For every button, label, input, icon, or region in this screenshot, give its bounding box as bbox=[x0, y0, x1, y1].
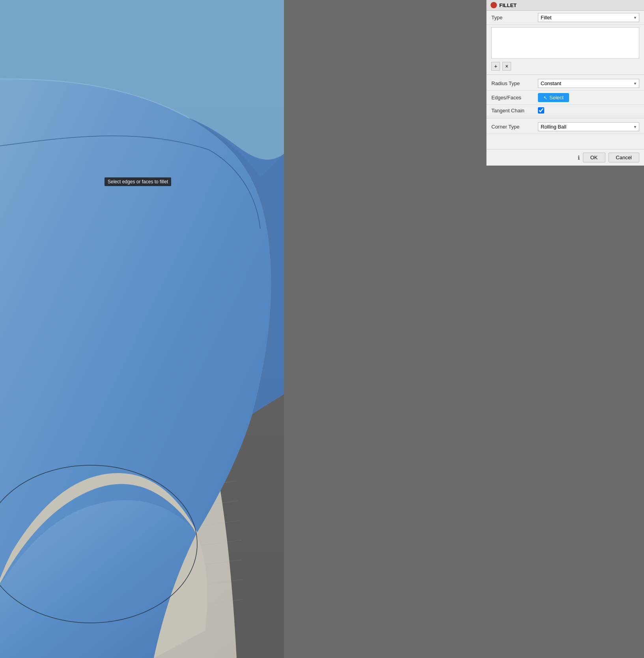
type-row: Type Fillet Chamfer bbox=[487, 11, 644, 25]
corner-type-select[interactable]: Rolling Ball Setback Blend bbox=[538, 122, 639, 131]
fillet-panel: FILLET Type Fillet Chamfer + × Radius Ty… bbox=[486, 0, 644, 166]
add-item-button[interactable]: + bbox=[491, 62, 500, 71]
type-label: Type bbox=[491, 15, 535, 21]
tangent-chain-label: Tangent Chain bbox=[491, 108, 535, 114]
list-toolbar: + × bbox=[487, 61, 644, 73]
type-select[interactable]: Fillet Chamfer bbox=[538, 13, 639, 22]
select-button[interactable]: ↖ Select bbox=[538, 93, 569, 102]
panel-title: FILLET bbox=[499, 2, 517, 8]
select-button-label: Select bbox=[549, 95, 564, 101]
selection-list bbox=[491, 27, 639, 59]
edges-faces-row: Edges/Faces ↖ Select bbox=[487, 91, 644, 105]
panel-content: Type Fillet Chamfer + × Radius Type Cons… bbox=[487, 11, 644, 149]
radius-type-label: Radius Type bbox=[491, 80, 535, 86]
divider-2 bbox=[487, 118, 644, 118]
corner-type-row: Corner Type Rolling Ball Setback Blend bbox=[487, 120, 644, 134]
info-icon: ℹ bbox=[578, 155, 580, 161]
cancel-button[interactable]: Cancel bbox=[609, 153, 639, 162]
cursor-icon: ↖ bbox=[543, 95, 547, 101]
tangent-chain-checkbox[interactable] bbox=[538, 107, 544, 114]
panel-footer: ℹ OK Cancel bbox=[487, 149, 644, 166]
corner-type-label: Corner Type bbox=[491, 124, 535, 130]
3d-scene bbox=[0, 0, 284, 658]
remove-item-button[interactable]: × bbox=[502, 62, 511, 71]
tangent-chain-row: Tangent Chain bbox=[487, 105, 644, 116]
panel-titlebar: FILLET bbox=[487, 0, 644, 11]
divider-1 bbox=[487, 75, 644, 75]
ok-button[interactable]: OK bbox=[583, 153, 605, 162]
radius-type-select[interactable]: Constant Variable Chord bbox=[538, 79, 639, 88]
corner-type-select-wrapper[interactable]: Rolling Ball Setback Blend bbox=[538, 122, 639, 131]
type-select-wrapper[interactable]: Fillet Chamfer bbox=[538, 13, 639, 22]
radius-type-select-wrapper[interactable]: Constant Variable Chord bbox=[538, 79, 639, 88]
fillet-icon bbox=[491, 2, 497, 8]
edges-faces-label: Edges/Faces bbox=[491, 95, 535, 101]
radius-type-row: Radius Type Constant Variable Chord bbox=[487, 76, 644, 91]
